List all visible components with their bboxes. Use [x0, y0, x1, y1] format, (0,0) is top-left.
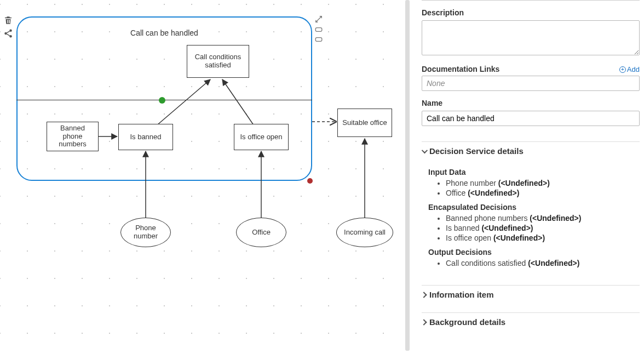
- svg-point-2: [9, 35, 12, 38]
- list-item: Is office open (<Undefined>): [446, 233, 640, 242]
- collapse-top-icon[interactable]: [315, 25, 324, 33]
- doc-links-label: Documentation Links: [422, 65, 499, 73]
- node-banned-phone-numbers[interactable]: Banned phone numbers: [47, 122, 99, 151]
- section-information-item[interactable]: Information item: [422, 285, 640, 304]
- output-heading: Output Decisions: [428, 248, 640, 257]
- expand-icon[interactable]: [315, 15, 324, 23]
- description-input[interactable]: [422, 20, 640, 55]
- connector-handle-red[interactable]: [307, 178, 313, 184]
- node-incoming-call[interactable]: Incoming call: [336, 218, 393, 247]
- decision-service-details: Input Data Phone number (<Undefined>)Off…: [422, 160, 640, 276]
- list-item: Banned phone numbers (<Undefined>): [446, 214, 640, 223]
- node-label: Banned phone numbers: [59, 124, 87, 149]
- svg-rect-3: [315, 28, 322, 32]
- trash-icon[interactable]: [3, 15, 13, 25]
- node-label: Office: [252, 229, 271, 237]
- node-label: Is banned: [130, 133, 161, 141]
- section-title: Decision Service details: [429, 146, 524, 156]
- list-item: Call conditions satisfied (<Undefined>): [446, 259, 640, 267]
- node-is-office-open[interactable]: Is office open: [234, 124, 289, 150]
- node-label: Call conditions satisfied: [195, 53, 242, 70]
- node-phone-number[interactable]: Phone number: [120, 218, 171, 247]
- list-item: Office (<Undefined>): [446, 189, 640, 197]
- node-label: Incoming call: [344, 229, 386, 237]
- list-item: Phone number (<Undefined>): [446, 179, 640, 187]
- vertical-splitter[interactable]: [405, 0, 410, 351]
- chevron-right-icon: [421, 292, 427, 298]
- input-data-heading: Input Data: [428, 168, 640, 176]
- section-title: Background details: [429, 317, 505, 327]
- diagram-canvas[interactable]: Call can be handled Suitable office --> …: [0, 0, 405, 359]
- svg-point-1: [4, 32, 7, 35]
- plus-circle-icon: +: [619, 66, 626, 73]
- node-label: Suitable office: [342, 119, 387, 127]
- share-icon[interactable]: [3, 29, 13, 38]
- decision-service-title: Call can be handled: [18, 29, 311, 37]
- chevron-down-icon: [422, 147, 428, 153]
- node-suitable-office[interactable]: Suitable office: [337, 109, 392, 137]
- add-doc-link-button[interactable]: + Add: [619, 65, 640, 73]
- node-office[interactable]: Office: [236, 218, 286, 247]
- encapsulated-heading: Encapsulated Decisions: [428, 203, 640, 212]
- svg-point-0: [9, 30, 12, 32]
- chevron-right-icon: [421, 319, 427, 325]
- connector-handle-green[interactable]: [159, 97, 165, 104]
- node-toolbar: [3, 15, 13, 38]
- list-item: Is banned (<Undefined>): [446, 224, 640, 232]
- svg-rect-4: [315, 38, 322, 42]
- node-call-conditions[interactable]: Call conditions satisfied: [187, 45, 249, 78]
- section-title: Information item: [429, 290, 494, 299]
- description-label: Description: [422, 8, 640, 17]
- node-label: Phone number: [134, 224, 158, 241]
- properties-panel: Description Documentation Links + Add No…: [411, 0, 644, 359]
- section-background-details[interactable]: Background details: [422, 312, 640, 331]
- section-decision-service[interactable]: Decision Service details: [422, 141, 640, 160]
- encapsulated-list: Banned phone numbers (<Undefined>)Is ban…: [428, 214, 640, 242]
- name-label: Name: [422, 99, 640, 107]
- doc-links-box[interactable]: None: [422, 76, 640, 91]
- collapse-bottom-icon[interactable]: [315, 35, 324, 43]
- input-data-list: Phone number (<Undefined>)Office (<Undef…: [428, 179, 640, 197]
- output-list: Call conditions satisfied (<Undefined>): [428, 259, 640, 267]
- name-input[interactable]: [422, 111, 640, 126]
- node-is-banned[interactable]: Is banned: [118, 124, 173, 150]
- box-expand-tools: [315, 15, 324, 43]
- add-label: Add: [627, 65, 640, 73]
- node-label: Is office open: [240, 133, 282, 141]
